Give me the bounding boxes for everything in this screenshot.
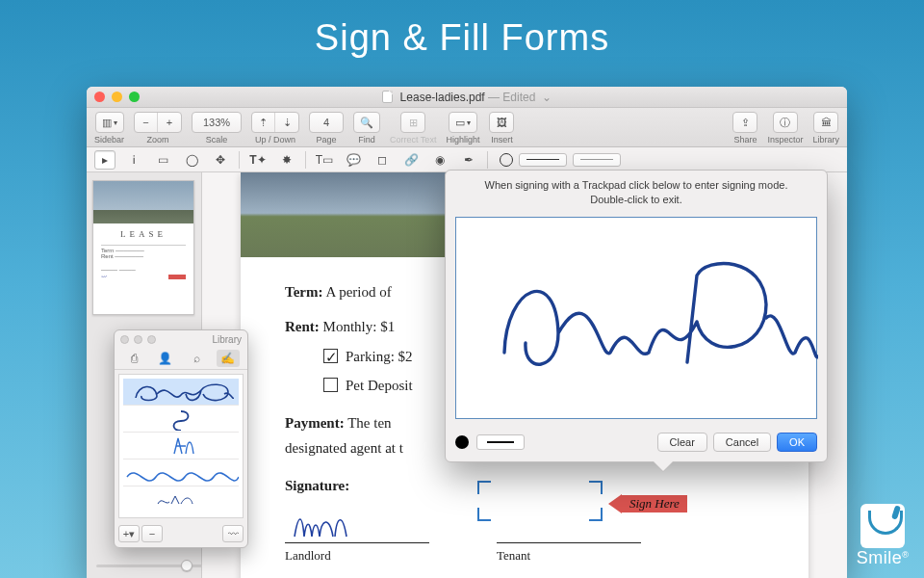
zoom-in-button[interactable]: + — [158, 113, 181, 132]
share-group: ⇪ Share — [732, 112, 757, 144]
text-select-tool[interactable]: Ꭵ — [123, 150, 144, 170]
textbox-tool[interactable]: T▭ — [314, 150, 335, 170]
term-label: Term: — [285, 284, 322, 300]
tenant-caption: Tenant — [497, 545, 530, 566]
highlight-button[interactable]: ▭▾ — [449, 113, 476, 132]
brand-badge: Smile® — [857, 504, 909, 568]
signature-label: Signature: — [285, 478, 349, 493]
cancel-button[interactable]: Cancel — [713, 433, 771, 452]
page-group: 4 Page — [309, 112, 344, 144]
page-up-button[interactable]: ⇡ — [252, 113, 275, 132]
insert-label: Insert — [491, 135, 513, 144]
list-item[interactable] — [123, 379, 239, 406]
filename: Lease-ladies.pdf — [400, 91, 485, 104]
parking-checkbox[interactable] — [323, 349, 338, 363]
list-item[interactable] — [123, 433, 239, 460]
popover-arrow-icon — [654, 461, 673, 471]
scale-field[interactable]: 133% — [192, 113, 241, 132]
window-title: Lease-ladies.pdf — Edited ⌄ — [87, 91, 847, 104]
rect-select-tool[interactable]: ▭ — [152, 150, 173, 170]
marketing-headline: Sign & Fill Forms — [0, 0, 924, 59]
library-label: Library — [812, 135, 839, 144]
find-button[interactable]: 🔍 — [354, 113, 379, 132]
find-label: Find — [358, 135, 375, 144]
signature-popover: When signing with a Trackpad click below… — [445, 170, 828, 462]
document-icon — [382, 91, 393, 103]
stamp-tool[interactable]: ◉ — [429, 150, 450, 170]
pen-width-picker[interactable] — [476, 434, 525, 450]
brand-name: Smile — [857, 548, 903, 567]
palette-draw-button[interactable]: 〰 — [222, 525, 244, 542]
signature-canvas[interactable] — [455, 217, 817, 419]
correct-group: ⊞ Correct Text — [390, 112, 436, 144]
scale-label: Scale — [206, 135, 228, 144]
palette-remove-button[interactable]: − — [141, 525, 163, 542]
zoom-out-button[interactable]: − — [135, 113, 158, 132]
highlight-label: Highlight — [446, 135, 479, 144]
line-dash-picker[interactable] — [573, 153, 621, 167]
callout-tool[interactable]: ◻ — [372, 150, 393, 170]
palette-tab-signatures[interactable]: ✍ — [217, 350, 240, 367]
page-field[interactable]: 4 — [310, 113, 343, 132]
ok-button[interactable]: OK — [777, 433, 817, 452]
smile-logo-icon — [860, 504, 905, 548]
payment-label: Payment: — [285, 415, 345, 431]
library-button[interactable]: 🏛 — [814, 113, 837, 132]
term-text: A period of — [325, 284, 391, 300]
library-group: 🏛 Library — [812, 112, 839, 144]
note-tool[interactable]: 💬 — [343, 150, 364, 170]
title-menu-chevron-icon[interactable]: ⌄ — [542, 91, 552, 104]
pen-color-swatch[interactable] — [455, 435, 469, 449]
close-window-button[interactable] — [94, 92, 105, 102]
list-item[interactable] — [123, 486, 239, 513]
petdeposit-label: Pet Deposit — [346, 378, 413, 393]
page-down-button[interactable]: ⇣ — [275, 113, 298, 132]
signature-tool[interactable]: ✒ — [458, 150, 479, 170]
list-item[interactable] — [123, 460, 239, 486]
sidebar-group: ▥▾ Sidebar — [94, 112, 124, 144]
sidebar-toggle[interactable]: ▥▾ — [96, 113, 123, 132]
insert-button[interactable]: 🖼 — [490, 113, 513, 132]
stroke-color-swatch[interactable] — [500, 153, 513, 167]
share-button[interactable]: ⇪ — [733, 113, 757, 132]
sign-here-stamp[interactable]: Sign Here — [608, 494, 687, 513]
scale-group: 133% Scale — [192, 112, 242, 144]
clear-button[interactable]: Clear — [657, 433, 707, 452]
thumb-title: LEASE — [101, 229, 186, 239]
select-tool[interactable]: ▸ — [94, 150, 116, 170]
zoom-window-button[interactable] — [129, 92, 140, 102]
palette-tab-people[interactable]: 👤 — [154, 350, 177, 367]
inspector-button[interactable]: ⓘ — [774, 113, 797, 132]
titlebar: Lease-ladies.pdf — Edited ⌄ — [87, 87, 847, 108]
link-tool[interactable]: 🔗 — [400, 150, 422, 170]
line-style-picker[interactable] — [519, 153, 567, 167]
strike-tool[interactable]: ✸ — [276, 150, 297, 170]
signature-target-box[interactable] — [477, 481, 603, 521]
palette-title: Library — [212, 334, 242, 345]
main-toolbar: ▥▾ Sidebar − + Zoom 133% Scale ⇡ ⇣ Up / … — [87, 108, 847, 147]
correct-text-button[interactable]: ⊞ — [401, 113, 424, 132]
rent-text: Monthly: $1 — [323, 319, 396, 334]
list-item[interactable] — [123, 406, 239, 433]
window-controls — [94, 92, 140, 102]
palette-tab-comments[interactable]: ⌕ — [185, 350, 208, 367]
payment-text2: designated agent at t — [285, 440, 403, 456]
find-group: 🔍 Find — [353, 112, 380, 144]
thumb-zoom-slider[interactable] — [96, 559, 192, 572]
palette-titlebar[interactable]: Library — [115, 330, 247, 348]
landlord-caption: Landlord — [285, 545, 331, 566]
highlight-tool[interactable]: T✦ — [247, 150, 269, 170]
page-thumbnail[interactable]: LEASE Term ─────── Rent ─────── ──── ───… — [92, 180, 194, 315]
palette-add-button[interactable]: +▾ — [118, 525, 140, 542]
inspector-label: Inspector — [767, 135, 803, 144]
palette-tab-stamps[interactable]: ⎙ — [122, 350, 145, 367]
lasso-tool[interactable]: ◯ — [181, 150, 202, 170]
share-label: Share — [733, 135, 757, 144]
sidebar-label: Sidebar — [94, 135, 124, 144]
petdeposit-checkbox[interactable] — [323, 378, 338, 392]
minimize-window-button[interactable] — [112, 92, 122, 102]
highlight-group: ▭▾ Highlight — [446, 112, 479, 144]
rent-label: Rent: — [285, 319, 320, 334]
signature-hint: When signing with a Trackpad click below… — [446, 171, 827, 213]
move-tool[interactable]: ✥ — [210, 150, 231, 170]
